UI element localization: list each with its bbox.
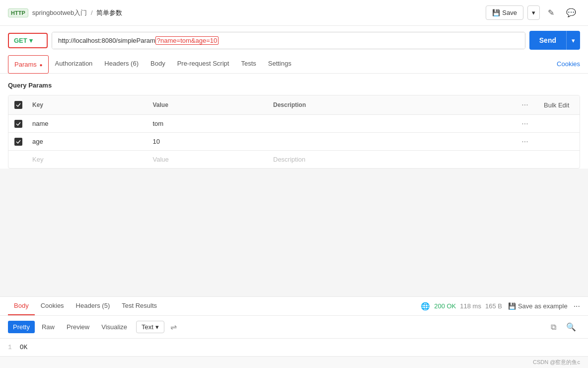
format-type-select[interactable]: Text ▾ <box>136 321 164 333</box>
more-options-button[interactable]: ··· <box>574 302 580 311</box>
send-button[interactable]: Send <box>529 31 566 50</box>
method-select[interactable]: GET ▾ <box>8 33 48 48</box>
url-base: http://localhost:8080/simpleParam <box>58 37 155 44</box>
response-tab-body[interactable]: Body <box>8 297 35 315</box>
save-icon: 💾 <box>508 302 516 310</box>
http-badge: HTTP <box>8 8 28 17</box>
placeholder-value[interactable]: Value <box>149 154 270 165</box>
wrap-button[interactable]: ⇌ <box>166 320 181 334</box>
url-bar: GET ▾ http://localhost:8080/simpleParam?… <box>0 26 588 55</box>
cookies-link[interactable]: Cookies <box>557 55 580 73</box>
response-tabs-bar: Body Cookies Headers (5) Test Results 🌐 … <box>0 297 588 316</box>
param-row-age: age 10 ··· <box>8 133 580 151</box>
bulk-dots-icon[interactable]: ··· <box>510 100 540 109</box>
save-button[interactable]: 💾 Save <box>486 5 523 20</box>
status-size: 165 B <box>485 302 502 310</box>
row-name-value[interactable]: tom <box>149 118 270 129</box>
fmt-tab-visualize[interactable]: Visualize <box>96 321 132 333</box>
method-chevron-icon: ▾ <box>29 37 33 44</box>
row-age-checkbox[interactable] <box>14 138 22 146</box>
tab-body-label: Body <box>150 60 165 67</box>
fmt-tab-visualize-label: Visualize <box>101 323 127 331</box>
fmt-tab-raw[interactable]: Raw <box>37 321 60 333</box>
breadcrumb-separator: / <box>91 9 93 16</box>
url-display[interactable]: http://localhost:8080/simpleParam?name=t… <box>52 32 525 49</box>
response-tab-test-results[interactable]: Test Results <box>116 297 163 315</box>
line-number-1: 1 <box>8 344 12 351</box>
tab-prerequest[interactable]: Pre-request Script <box>171 55 235 73</box>
tab-params[interactable]: Params ● <box>8 55 49 74</box>
row-age-dots-icon[interactable]: ··· <box>510 137 540 146</box>
bulk-edit-button[interactable]: Bulk Edit <box>540 101 580 109</box>
header-checkbox[interactable] <box>14 101 22 109</box>
response-tab-cookies[interactable]: Cookies <box>35 297 70 315</box>
param-row-name: name tom ··· <box>8 115 580 133</box>
format-chevron-icon: ▾ <box>155 323 159 331</box>
row-name-checkbox[interactable] <box>14 120 22 128</box>
breadcrumb-parent: springbootweb入门 <box>32 9 87 16</box>
comment-icon: 💬 <box>566 8 576 17</box>
params-section: Query Params Key Value Description ··· B… <box>0 74 588 169</box>
tab-settings[interactable]: Settings <box>262 55 297 73</box>
tab-headers[interactable]: Headers (6) <box>98 55 145 73</box>
placeholder-key[interactable]: Key <box>28 154 149 165</box>
request-tabs-bar: Params ● Authorization Headers (6) Body … <box>0 55 588 74</box>
row-age-value[interactable]: 10 <box>149 136 270 147</box>
row-name-description[interactable] <box>269 122 510 126</box>
header-check-col <box>8 101 28 109</box>
tab-authorization[interactable]: Authorization <box>49 55 98 73</box>
fmt-tab-preview[interactable]: Preview <box>62 321 94 333</box>
params-table: Key Value Description ··· Bulk Edit name… <box>8 95 580 169</box>
row-age-key[interactable]: age <box>28 136 149 147</box>
save-dropdown-button[interactable]: ▾ <box>527 5 540 20</box>
placeholder-description[interactable]: Description <box>269 154 510 165</box>
globe-icon: 🌐 <box>421 302 430 311</box>
format-right-actions: ⧉ 🔍 <box>547 320 580 334</box>
save-disk-icon: 💾 <box>492 9 500 16</box>
row-name-check-col <box>8 120 28 128</box>
fmt-tab-preview-label: Preview <box>67 323 89 331</box>
footer: CSDN @窑意的鱼c <box>0 356 588 368</box>
comment-button[interactable]: 💬 <box>562 5 580 20</box>
status-info: 🌐 200 OK 118 ms 165 B <box>421 302 502 311</box>
tab-tests[interactable]: Tests <box>235 55 262 73</box>
save-label: Save <box>502 9 517 16</box>
more-dots-icon: ··· <box>574 302 580 310</box>
response-tab-cookies-label: Cookies <box>41 302 64 309</box>
save-example-label: Save as example <box>518 302 568 310</box>
row-age-description[interactable] <box>269 140 510 144</box>
response-tab-body-label: Body <box>14 302 29 309</box>
wrap-icon: ⇌ <box>170 323 177 331</box>
url-params: ?name=tom&age=10 <box>155 36 219 45</box>
response-tab-headers[interactable]: Headers (5) <box>70 297 116 315</box>
tab-params-label: Params <box>14 61 37 68</box>
cookies-label: Cookies <box>557 60 580 68</box>
params-dot-icon: ● <box>39 62 42 68</box>
format-type-label: Text <box>142 323 153 331</box>
row-name-dots-icon[interactable]: ··· <box>510 119 540 128</box>
edit-button[interactable]: ✎ <box>544 5 558 20</box>
header-description-label: Description <box>269 99 510 110</box>
response-tab-test-results-label: Test Results <box>122 302 157 309</box>
send-dropdown-button[interactable]: ▾ <box>566 31 580 50</box>
top-bar-right: 💾 Save ▾ ✎ 💬 <box>486 5 580 20</box>
query-params-title: Query Params <box>8 82 580 89</box>
response-line-1: 1 OK <box>8 343 580 352</box>
fmt-tab-pretty-label: Pretty <box>13 323 30 331</box>
save-example-button[interactable]: 💾 Save as example <box>508 302 568 310</box>
search-response-button[interactable]: 🔍 <box>562 320 580 334</box>
fmt-tab-raw-label: Raw <box>42 323 55 331</box>
url-input-container: http://localhost:8080/simpleParam?name=t… <box>52 32 525 49</box>
row-name-key[interactable]: name <box>28 118 149 129</box>
row-age-check-col <box>8 138 28 146</box>
header-value-label: Value <box>149 99 270 110</box>
header-key-label: Key <box>28 99 149 110</box>
tab-headers-label: Headers (6) <box>104 60 139 67</box>
tab-settings-label: Settings <box>268 60 292 67</box>
param-row-placeholder: Key Value Description <box>8 151 580 168</box>
tab-body[interactable]: Body <box>145 55 171 73</box>
status-time: 118 ms <box>460 302 481 310</box>
response-format-bar: Pretty Raw Preview Visualize Text ▾ ⇌ ⧉ <box>0 316 588 339</box>
fmt-tab-pretty[interactable]: Pretty <box>8 321 35 333</box>
copy-button[interactable]: ⧉ <box>547 320 560 334</box>
